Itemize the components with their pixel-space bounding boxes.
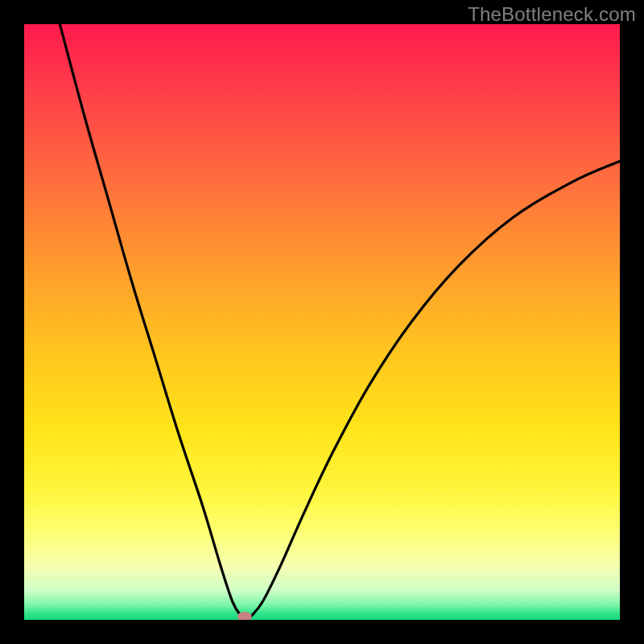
bottleneck-curve [24, 24, 620, 620]
chart-frame: TheBottleneck.com [0, 0, 644, 644]
left-branch-line [60, 24, 242, 617]
plot-area [24, 24, 620, 620]
right-branch-line [250, 161, 620, 617]
attribution-label: TheBottleneck.com [468, 3, 636, 26]
